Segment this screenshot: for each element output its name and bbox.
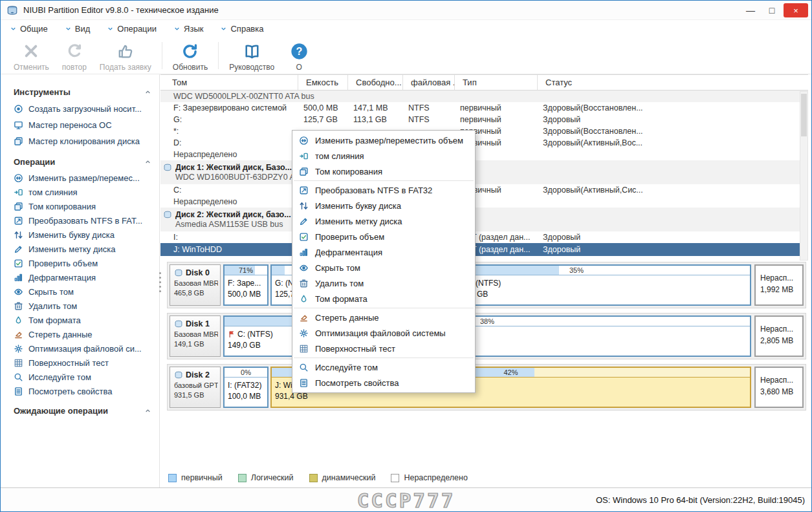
- volume-row[interactable]: F: Зарезервировано системой500,0 MB147,1…: [160, 102, 808, 114]
- sidebar-item-convert-ntfs-fat32[interactable]: Преобразовать NTFS в FAT...: [14, 213, 154, 228]
- sidebar-item-delete-volume[interactable]: Удалить том: [14, 299, 154, 313]
- refresh-button[interactable]: Обновить: [166, 39, 214, 74]
- sidebar-item-label: Мастер клонирования диска: [28, 136, 140, 146]
- selected-volume-row[interactable]: J: WinToHDDGPT (раздел дан...Здоровый: [160, 243, 808, 256]
- menubar-item-operations[interactable]: Операции: [107, 24, 157, 34]
- app-logo-icon: [6, 5, 18, 16]
- sidebar-item-optimize-filesystem[interactable]: Оптимизация файловой си...: [14, 341, 154, 356]
- sidebar-item-change-drive-letter[interactable]: Изменить букву диска: [14, 228, 154, 242]
- disk-name: Disk 2: [186, 370, 210, 379]
- volume-row[interactable]: *:первичныйЗдоровый(Восстановлен...: [160, 125, 808, 137]
- merge-icon: [14, 187, 23, 197]
- context-menu-item-optimize-filesystem[interactable]: Оптимизация файловой системы: [292, 325, 475, 341]
- watermark: СССР777: [357, 489, 455, 512]
- context-menu-item-merge-volume[interactable]: том слияния: [292, 148, 475, 164]
- unallocated-row[interactable]: Нераспределено: [160, 149, 808, 160]
- sidebar-item-wipe-data[interactable]: Стереть данные: [14, 327, 154, 341]
- cell-volume: J: WinToHDD: [160, 245, 298, 254]
- sidebar-item-resize-move[interactable]: Изменить размер/перемес...: [14, 171, 154, 185]
- disk-info-block[interactable]: Disk 0Базовая MBR465,8 GB: [170, 264, 221, 306]
- sidebar-item-hide-volume[interactable]: Скрыть том: [14, 284, 154, 299]
- menubar-item-help[interactable]: Справка: [220, 24, 263, 34]
- disk-header-row[interactable]: Диск 2: Жесткий диск, базо...Asmedia ASM…: [160, 208, 808, 231]
- sidebar-item-disk-clone[interactable]: Мастер клонирования диска: [14, 133, 154, 149]
- context-menu-item-resize-move[interactable]: Изменить размер/переместить объем: [292, 133, 475, 148]
- sidebar-section-header[interactable]: Операции: [14, 157, 151, 167]
- column-header[interactable]: файловая ...: [403, 75, 455, 90]
- volume-row[interactable]: D:первичныйЗдоровый(Активный,Вос...: [160, 137, 808, 149]
- cell-fs: NTFS: [403, 103, 455, 112]
- unallocated-block[interactable]: Нерасп...1,992 MB: [754, 264, 804, 306]
- volume-row[interactable]: G:125,7 GB113,1 GBNTFSпервичныйЗдоровый: [160, 114, 808, 125]
- menubar-item-general[interactable]: Общие: [10, 24, 48, 34]
- sidebar-item-merge-volume[interactable]: том слияния: [14, 185, 154, 199]
- context-menu-item-view-properties[interactable]: Посмотреть свойства: [292, 375, 475, 390]
- sidebar-item-format-volume[interactable]: Том формата: [14, 313, 154, 327]
- copy-icon: [14, 202, 23, 211]
- explore-icon: [14, 372, 23, 382]
- sidebar-splitter-handle[interactable]: [157, 272, 162, 301]
- sidebar-item-view-properties[interactable]: Посмотреть свойства: [14, 384, 154, 398]
- context-menu-item-convert-ntfs-fat32[interactable]: Преобразовать NTFS в FAT32: [292, 182, 475, 198]
- context-menu-item-copy-volume[interactable]: Том копирования: [292, 164, 475, 179]
- chevron-up-icon: [144, 89, 151, 96]
- context-menu-item-explore-volume[interactable]: Исследуйте том: [292, 359, 475, 375]
- scrollbar-thumb[interactable]: [801, 94, 807, 136]
- unallocated-row[interactable]: Нераспределено: [160, 196, 808, 208]
- vertical-scrollbar[interactable]: [800, 91, 808, 261]
- sidebar-item-boot-media[interactable]: Создать загрузочный носит...: [14, 101, 154, 117]
- context-menu-item-wipe-data[interactable]: Стереть данные: [292, 310, 475, 325]
- apply-button[interactable]: Подать заявку: [93, 39, 158, 74]
- sidebar-item-label: том слияния: [28, 187, 77, 197]
- minimize-button[interactable]: —: [741, 3, 760, 17]
- disk-info-block[interactable]: Disk 2базовый GPT931,5 GB: [170, 367, 221, 408]
- sidebar-item-label: Дефрагментация: [28, 273, 96, 283]
- sidebar-item-copy-volume[interactable]: Том копирования: [14, 199, 154, 213]
- disk-subtitle-row[interactable]: WDC WD5000LPLX-00ZNTT0 ATA bus: [160, 91, 808, 102]
- menubar-item-view[interactable]: Вид: [65, 24, 91, 34]
- sidebar-item-defragment[interactable]: Дефрагментация: [14, 270, 154, 284]
- close-button[interactable]: ×: [784, 3, 808, 17]
- sidebar-item-surface-test[interactable]: Поверхностный тест: [14, 356, 154, 370]
- context-menu-item-check-volume[interactable]: Проверить объем: [292, 229, 475, 244]
- cell-fs: NTFS: [403, 115, 455, 124]
- sidebar-item-label: Оптимизация файловой си...: [28, 344, 142, 354]
- context-menu-item-defragment[interactable]: Дефрагментация: [292, 244, 475, 260]
- menu-separator: [294, 180, 474, 181]
- context-menu-item-format-volume[interactable]: Том формата: [292, 291, 475, 306]
- cell-status: Здоровый(Восстановлен...: [538, 103, 808, 112]
- context-menu-item-surface-test[interactable]: Поверхностный тест: [292, 341, 475, 356]
- column-header[interactable]: Том: [160, 75, 298, 90]
- unallocated-block[interactable]: Нерасп...2,805 MB: [754, 315, 804, 357]
- sidebar-item-change-volume-label[interactable]: Изменить метку диска: [14, 242, 154, 256]
- context-menu-item-change-volume-label[interactable]: Изменить метку диска: [292, 213, 475, 229]
- unallocated-block[interactable]: Нерасп...3,680 MB: [754, 367, 804, 408]
- partition-block[interactable]: 71%F: Заре...500,0 MB: [223, 264, 269, 306]
- usage-fill: [272, 266, 285, 275]
- disk-header-row[interactable]: Диск 1: Жесткий диск, Базо...WDC WD1600B…: [160, 160, 808, 184]
- sidebar-section-header[interactable]: Ожидающие операции: [14, 406, 151, 416]
- context-menu-item-hide-volume[interactable]: Скрыть том: [292, 260, 475, 275]
- context-menu-item-delete-volume[interactable]: Удалить том: [292, 275, 475, 291]
- partition-label-text: (NTFS): [476, 279, 501, 288]
- column-header[interactable]: Свободно...: [348, 75, 403, 90]
- sidebar-item-check-volume[interactable]: Проверить объем: [14, 256, 154, 270]
- sidebar-item-explore-volume[interactable]: Исследуйте том: [14, 370, 154, 384]
- column-header[interactable]: Статус: [538, 75, 808, 90]
- context-menu-item-label: том слияния: [315, 151, 364, 161]
- volume-row[interactable]: C:первичныйЗдоровый(Активный,Сис...: [160, 184, 808, 196]
- column-header[interactable]: Тип: [455, 75, 538, 90]
- sidebar-section-header[interactable]: Инструменты: [14, 87, 151, 97]
- maximize-button[interactable]: □: [762, 3, 782, 17]
- guide-button[interactable]: Руководство: [223, 39, 281, 74]
- menubar-item-language[interactable]: Язык: [173, 24, 203, 34]
- sidebar-item-os-migration[interactable]: Мастер переноса ОС: [14, 117, 154, 133]
- disk-info-block[interactable]: Disk 1Базовая MBR149,1 GB: [170, 315, 221, 357]
- undo-button[interactable]: Отменить: [7, 39, 56, 74]
- about-button[interactable]: ?О: [281, 39, 317, 74]
- redo-button[interactable]: повтор: [56, 39, 93, 74]
- context-menu-item-change-drive-letter[interactable]: Изменить букву диска: [292, 198, 475, 213]
- volume-row[interactable]: I:GPT (раздел дан...Здоровый: [160, 231, 808, 243]
- partition-block[interactable]: 0%I: (FAT32)100,0 MB: [223, 367, 269, 408]
- column-header[interactable]: Емкость: [298, 75, 348, 90]
